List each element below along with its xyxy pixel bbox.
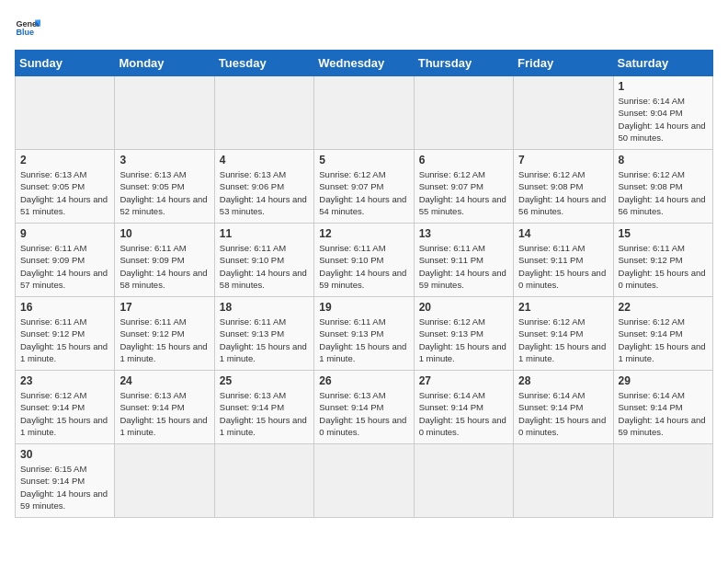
weekday-header-monday: Monday bbox=[115, 51, 214, 76]
calendar-cell: 8Sunrise: 6:12 AM Sunset: 9:08 PM Daylig… bbox=[613, 150, 712, 224]
header-row: SundayMondayTuesdayWednesdayThursdayFrid… bbox=[16, 51, 713, 76]
day-number: 1 bbox=[619, 80, 708, 93]
day-number: 9 bbox=[20, 227, 109, 240]
calendar-cell: 9Sunrise: 6:11 AM Sunset: 9:09 PM Daylig… bbox=[16, 224, 115, 297]
calendar-cell: 21Sunrise: 6:12 AM Sunset: 9:14 PM Dayli… bbox=[514, 297, 613, 371]
day-info: Sunrise: 6:13 AM Sunset: 9:05 PM Dayligh… bbox=[20, 168, 109, 217]
calendar-cell bbox=[514, 444, 613, 518]
calendar-cell bbox=[314, 444, 414, 518]
day-info: Sunrise: 6:11 AM Sunset: 9:12 PM Dayligh… bbox=[119, 316, 209, 364]
day-number: 11 bbox=[220, 227, 309, 240]
calendar-cell: 14Sunrise: 6:11 AM Sunset: 9:11 PM Dayli… bbox=[514, 224, 613, 297]
calendar-cell: 4Sunrise: 6:13 AM Sunset: 9:06 PM Daylig… bbox=[214, 150, 313, 224]
calendar-cell bbox=[214, 76, 313, 150]
calendar-cell: 13Sunrise: 6:11 AM Sunset: 9:11 PM Dayli… bbox=[414, 224, 513, 297]
weekday-header-thursday: Thursday bbox=[414, 51, 513, 76]
day-number: 28 bbox=[518, 374, 608, 387]
day-info: Sunrise: 6:15 AM Sunset: 9:14 PM Dayligh… bbox=[20, 463, 109, 511]
weekday-header-sunday: Sunday bbox=[16, 51, 115, 76]
calendar-cell: 22Sunrise: 6:12 AM Sunset: 9:14 PM Dayli… bbox=[613, 297, 712, 371]
day-info: Sunrise: 6:13 AM Sunset: 9:06 PM Dayligh… bbox=[220, 168, 309, 217]
day-number: 18 bbox=[220, 301, 309, 314]
svg-text:Blue: Blue bbox=[16, 28, 34, 37]
day-info: Sunrise: 6:12 AM Sunset: 9:07 PM Dayligh… bbox=[319, 168, 408, 217]
logo: General Blue bbox=[15, 15, 40, 40]
calendar-cell bbox=[214, 444, 313, 518]
calendar-week-row: 9Sunrise: 6:11 AM Sunset: 9:09 PM Daylig… bbox=[16, 224, 713, 297]
weekday-header-saturday: Saturday bbox=[613, 51, 712, 76]
day-info: Sunrise: 6:11 AM Sunset: 9:09 PM Dayligh… bbox=[119, 242, 209, 291]
calendar-cell: 17Sunrise: 6:11 AM Sunset: 9:12 PM Dayli… bbox=[115, 297, 214, 371]
calendar-cell: 29Sunrise: 6:14 AM Sunset: 9:14 PM Dayli… bbox=[613, 371, 712, 444]
calendar-cell: 23Sunrise: 6:12 AM Sunset: 9:14 PM Dayli… bbox=[16, 371, 115, 444]
day-number: 13 bbox=[419, 227, 508, 240]
calendar-cell: 25Sunrise: 6:13 AM Sunset: 9:14 PM Dayli… bbox=[214, 371, 313, 444]
day-info: Sunrise: 6:14 AM Sunset: 9:14 PM Dayligh… bbox=[419, 389, 508, 438]
day-info: Sunrise: 6:11 AM Sunset: 9:10 PM Dayligh… bbox=[319, 242, 408, 291]
calendar-cell bbox=[514, 76, 613, 150]
day-number: 24 bbox=[119, 374, 209, 387]
calendar-cell bbox=[16, 76, 115, 150]
day-info: Sunrise: 6:11 AM Sunset: 9:12 PM Dayligh… bbox=[619, 242, 708, 291]
day-info: Sunrise: 6:11 AM Sunset: 9:13 PM Dayligh… bbox=[319, 316, 408, 364]
day-info: Sunrise: 6:12 AM Sunset: 9:14 PM Dayligh… bbox=[619, 316, 708, 364]
calendar-cell: 1Sunrise: 6:14 AM Sunset: 9:04 PM Daylig… bbox=[613, 76, 712, 150]
day-info: Sunrise: 6:12 AM Sunset: 9:07 PM Dayligh… bbox=[419, 168, 508, 217]
calendar-cell: 6Sunrise: 6:12 AM Sunset: 9:07 PM Daylig… bbox=[414, 150, 513, 224]
day-number: 12 bbox=[319, 227, 408, 240]
day-number: 19 bbox=[319, 301, 408, 314]
day-info: Sunrise: 6:11 AM Sunset: 9:12 PM Dayligh… bbox=[20, 316, 109, 364]
calendar-cell: 28Sunrise: 6:14 AM Sunset: 9:14 PM Dayli… bbox=[514, 371, 613, 444]
day-info: Sunrise: 6:13 AM Sunset: 9:14 PM Dayligh… bbox=[119, 389, 209, 438]
logo-icon: General Blue bbox=[15, 15, 40, 40]
day-number: 25 bbox=[220, 374, 309, 387]
calendar-cell: 10Sunrise: 6:11 AM Sunset: 9:09 PM Dayli… bbox=[115, 224, 214, 297]
day-info: Sunrise: 6:14 AM Sunset: 9:04 PM Dayligh… bbox=[619, 95, 708, 144]
day-info: Sunrise: 6:12 AM Sunset: 9:08 PM Dayligh… bbox=[518, 168, 608, 217]
day-number: 29 bbox=[619, 374, 708, 387]
day-number: 6 bbox=[419, 154, 508, 167]
day-info: Sunrise: 6:13 AM Sunset: 9:14 PM Dayligh… bbox=[220, 389, 309, 438]
day-number: 4 bbox=[220, 154, 309, 167]
calendar-cell: 3Sunrise: 6:13 AM Sunset: 9:05 PM Daylig… bbox=[115, 150, 214, 224]
day-number: 22 bbox=[619, 301, 708, 314]
weekday-header-wednesday: Wednesday bbox=[314, 51, 414, 76]
calendar-cell: 30Sunrise: 6:15 AM Sunset: 9:14 PM Dayli… bbox=[16, 444, 115, 518]
calendar-cell: 20Sunrise: 6:12 AM Sunset: 9:13 PM Dayli… bbox=[414, 297, 513, 371]
calendar-cell bbox=[115, 444, 214, 518]
day-number: 23 bbox=[20, 374, 109, 387]
day-number: 20 bbox=[419, 301, 508, 314]
calendar-cell: 2Sunrise: 6:13 AM Sunset: 9:05 PM Daylig… bbox=[16, 150, 115, 224]
day-info: Sunrise: 6:14 AM Sunset: 9:14 PM Dayligh… bbox=[518, 389, 608, 438]
calendar-cell bbox=[314, 76, 414, 150]
day-info: Sunrise: 6:13 AM Sunset: 9:14 PM Dayligh… bbox=[319, 389, 408, 438]
day-number: 15 bbox=[619, 227, 708, 240]
day-info: Sunrise: 6:12 AM Sunset: 9:14 PM Dayligh… bbox=[20, 389, 109, 438]
day-info: Sunrise: 6:11 AM Sunset: 9:10 PM Dayligh… bbox=[220, 242, 309, 291]
day-info: Sunrise: 6:11 AM Sunset: 9:11 PM Dayligh… bbox=[419, 242, 508, 291]
day-info: Sunrise: 6:14 AM Sunset: 9:14 PM Dayligh… bbox=[619, 389, 708, 438]
day-number: 3 bbox=[119, 154, 209, 167]
day-number: 16 bbox=[20, 301, 109, 314]
calendar-cell: 12Sunrise: 6:11 AM Sunset: 9:10 PM Dayli… bbox=[314, 224, 414, 297]
day-info: Sunrise: 6:11 AM Sunset: 9:11 PM Dayligh… bbox=[518, 242, 608, 291]
calendar-cell: 19Sunrise: 6:11 AM Sunset: 9:13 PM Dayli… bbox=[314, 297, 414, 371]
calendar-cell: 11Sunrise: 6:11 AM Sunset: 9:10 PM Dayli… bbox=[214, 224, 313, 297]
calendar-week-row: 16Sunrise: 6:11 AM Sunset: 9:12 PM Dayli… bbox=[16, 297, 713, 371]
calendar-week-row: 23Sunrise: 6:12 AM Sunset: 9:14 PM Dayli… bbox=[16, 371, 713, 444]
calendar-week-row: 1Sunrise: 6:14 AM Sunset: 9:04 PM Daylig… bbox=[16, 76, 713, 150]
day-info: Sunrise: 6:11 AM Sunset: 9:13 PM Dayligh… bbox=[220, 316, 309, 364]
day-number: 5 bbox=[319, 154, 408, 167]
calendar-cell bbox=[414, 76, 513, 150]
day-number: 17 bbox=[119, 301, 209, 314]
day-info: Sunrise: 6:12 AM Sunset: 9:08 PM Dayligh… bbox=[619, 168, 708, 217]
calendar-week-row: 2Sunrise: 6:13 AM Sunset: 9:05 PM Daylig… bbox=[16, 150, 713, 224]
calendar-cell bbox=[613, 444, 712, 518]
calendar-cell: 5Sunrise: 6:12 AM Sunset: 9:07 PM Daylig… bbox=[314, 150, 414, 224]
calendar-week-row: 30Sunrise: 6:15 AM Sunset: 9:14 PM Dayli… bbox=[16, 444, 713, 518]
day-number: 2 bbox=[20, 154, 109, 167]
day-info: Sunrise: 6:13 AM Sunset: 9:05 PM Dayligh… bbox=[119, 168, 209, 217]
weekday-header-tuesday: Tuesday bbox=[214, 51, 313, 76]
calendar-cell bbox=[414, 444, 513, 518]
calendar-cell: 15Sunrise: 6:11 AM Sunset: 9:12 PM Dayli… bbox=[613, 224, 712, 297]
